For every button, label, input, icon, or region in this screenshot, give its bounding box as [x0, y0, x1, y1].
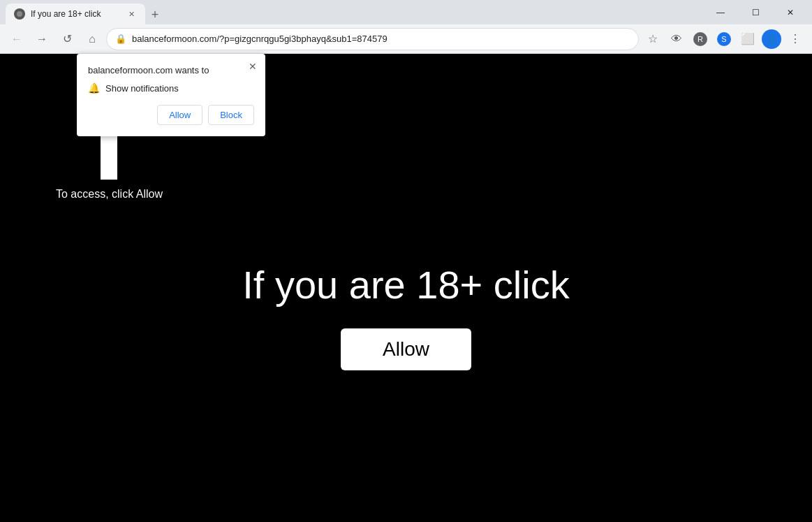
popup-allow-button[interactable]: Allow — [157, 105, 202, 125]
tab-favicon — [14, 8, 25, 20]
cast-button[interactable]: ⬜ — [737, 28, 759, 50]
popup-block-button[interactable]: Block — [208, 105, 254, 125]
popup-buttons: Allow Block — [88, 105, 254, 125]
back-button[interactable]: ← — [6, 28, 28, 50]
profile-button[interactable]: 👤 — [760, 28, 783, 50]
address-bar[interactable]: 🔒 balanceformoon.com/?p=gizgcnrqgu5gi3bp… — [106, 28, 639, 50]
notification-popup: ✕ balanceformoon.com wants to 🔔 Show not… — [77, 54, 265, 136]
menu-button[interactable]: ⋮ — [784, 28, 806, 50]
toolbar: ← → ↺ ⌂ 🔒 balanceformoon.com/?p=gizgcnrq… — [0, 24, 812, 54]
active-tab[interactable]: If you are 18+ click ✕ — [6, 3, 145, 24]
close-button[interactable]: ✕ — [774, 0, 806, 24]
popup-close-button[interactable]: ✕ — [246, 59, 260, 73]
main-allow-button[interactable]: Allow — [341, 328, 471, 370]
bell-icon: 🔔 — [88, 82, 100, 94]
tab-close-button[interactable]: ✕ — [126, 8, 137, 20]
tab-strip: If you are 18+ click ✕ + — [6, 0, 699, 24]
minimize-button[interactable]: — — [704, 0, 737, 24]
reader-mode-button[interactable]: 👁 — [665, 28, 688, 50]
page-content: ✕ balanceformoon.com wants to 🔔 Show not… — [0, 54, 812, 522]
title-bar: If you are 18+ click ✕ + — ☐ ✕ — [0, 0, 812, 24]
home-button[interactable]: ⌂ — [81, 28, 103, 50]
extension-icon-1[interactable]: R — [689, 28, 711, 50]
main-content: If you are 18+ click Allow — [242, 262, 569, 370]
toolbar-icons: ☆ 👁 R S ⬜ 👤 ⋮ — [642, 28, 806, 50]
browser-frame: If you are 18+ click ✕ + — ☐ ✕ ← → ↺ ⌂ 🔒… — [0, 0, 812, 522]
permission-text: Show notifications — [105, 83, 179, 94]
popup-permission-row: 🔔 Show notifications — [88, 82, 254, 94]
popup-title: balanceformoon.com wants to — [88, 65, 254, 75]
window-controls: — ☐ ✕ — [704, 0, 806, 24]
extension-icon-2[interactable]: S — [713, 28, 735, 50]
url-text: balanceformoon.com/?p=gizgcnrqgu5gi3bpha… — [132, 34, 630, 44]
ext-icon-r: R — [693, 32, 707, 46]
lock-icon: 🔒 — [115, 34, 126, 44]
refresh-button[interactable]: ↺ — [56, 28, 78, 50]
arrow-label: To access, click Allow — [56, 188, 163, 201]
bookmark-button[interactable]: ☆ — [642, 28, 664, 50]
new-tab-button[interactable]: + — [145, 5, 165, 24]
maximize-button[interactable]: ☐ — [739, 0, 772, 24]
forward-button[interactable]: → — [31, 28, 53, 50]
tab-title: If you are 18+ click — [31, 9, 120, 19]
profile-avatar: 👤 — [762, 29, 781, 49]
headline: If you are 18+ click — [242, 262, 569, 307]
ext-icon-s: S — [717, 32, 731, 46]
